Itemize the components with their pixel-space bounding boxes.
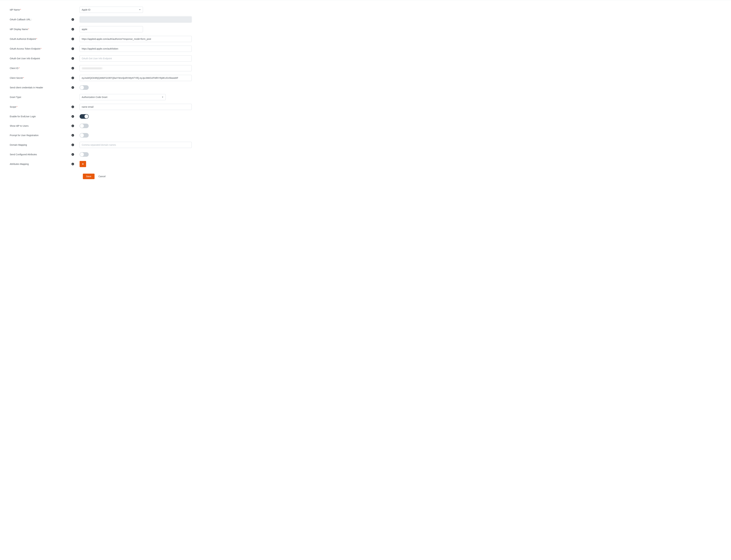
label-idp-name: IdP Name*: [10, 8, 71, 11]
row-attrs-mapping: Attributes Mapping i +: [10, 161, 192, 167]
domain-mapping-input[interactable]: [80, 142, 192, 148]
prompt-reg-toggle[interactable]: [80, 133, 89, 138]
label-send-attrs: Send Configured Attributes: [10, 153, 71, 156]
label-show-idp: Show IdP to Users: [10, 125, 71, 127]
row-client-id: Client ID* i: [10, 65, 192, 71]
row-oauth-authorize: OAuth Authorize Endpoint* i: [10, 36, 192, 42]
client-secret-input[interactable]: [80, 75, 192, 81]
add-attribute-button[interactable]: +: [80, 161, 86, 167]
label-oauth-callback: OAuth Callback URL :: [10, 18, 71, 21]
label-domain-mapping: Domain Mapping: [10, 144, 71, 146]
label-oauth-userinfo: OAuth Get User Info Endpoint: [10, 57, 71, 60]
form-actions: Save Cancel: [83, 174, 192, 179]
row-oauth-userinfo: OAuth Get User Info Endpoint i: [10, 55, 192, 62]
info-icon[interactable]: i: [71, 125, 74, 127]
row-client-secret: Client Secret* i: [10, 75, 192, 81]
row-prompt-reg: Prompt for User Registration i: [10, 132, 192, 138]
row-send-header: Send client credentials in Header i: [10, 85, 192, 90]
send-header-toggle[interactable]: [80, 85, 89, 90]
idp-display-name-input[interactable]: [80, 26, 143, 32]
label-oauth-authorize: OAuth Authorize Endpoint*: [10, 38, 71, 40]
scope-input[interactable]: [80, 104, 192, 110]
row-enable-enduser: Enable for EndUser Login i: [10, 114, 192, 119]
info-icon[interactable]: i: [71, 57, 74, 60]
row-scope: Scope* i: [10, 104, 192, 110]
info-icon[interactable]: i: [71, 106, 74, 108]
info-icon[interactable]: i: [71, 47, 74, 50]
client-id-input[interactable]: [80, 65, 192, 71]
info-icon[interactable]: i: [71, 77, 74, 79]
info-icon[interactable]: i: [71, 86, 74, 89]
grant-type-select[interactable]: Authorization Code Grant: [80, 94, 166, 100]
info-icon[interactable]: i: [71, 28, 74, 31]
idp-name-select[interactable]: Apple ID: [80, 7, 143, 13]
info-icon[interactable]: i: [71, 134, 74, 137]
row-send-attrs: Send Configured Attributes i: [10, 152, 192, 157]
label-oauth-token: OAuth Access Token Endpoint*: [10, 47, 71, 50]
info-icon[interactable]: i: [71, 153, 74, 156]
label-client-id: Client ID*: [10, 67, 71, 70]
cancel-button[interactable]: Cancel: [98, 175, 106, 178]
row-oauth-callback: OAuth Callback URL : i: [10, 16, 192, 23]
oauth-token-input[interactable]: [80, 46, 192, 52]
info-icon[interactable]: i: [71, 67, 74, 70]
send-attrs-toggle[interactable]: [80, 152, 89, 157]
row-show-idp: Show IdP to Users i: [10, 123, 192, 129]
label-idp-display-name: IdP Display Name*: [10, 28, 71, 31]
row-idp-name: IdP Name* Apple ID: [10, 7, 192, 13]
idp-config-form: IdP Name* Apple ID OAuth Callback URL : …: [0, 7, 201, 186]
label-send-header: Send client credentials in Header: [10, 86, 71, 89]
save-button[interactable]: Save: [83, 174, 95, 179]
show-idp-toggle[interactable]: [80, 124, 89, 128]
label-attrs-mapping: Attributes Mapping: [10, 163, 71, 165]
row-domain-mapping: Domain Mapping i: [10, 142, 192, 148]
oauth-authorize-input[interactable]: [80, 36, 192, 42]
row-grant-type: Grant Type: Authorization Code Grant: [10, 94, 192, 100]
info-icon[interactable]: i: [71, 38, 74, 40]
info-icon[interactable]: i: [71, 163, 74, 165]
plus-icon: +: [82, 162, 84, 166]
row-idp-display-name: IdP Display Name* i: [10, 26, 192, 32]
label-scope: Scope*: [10, 106, 71, 108]
row-oauth-token: OAuth Access Token Endpoint* i: [10, 46, 192, 52]
label-prompt-reg: Prompt for User Registration: [10, 134, 71, 137]
label-grant-type: Grant Type:: [10, 96, 71, 98]
info-icon[interactable]: i: [71, 144, 74, 146]
label-enable-enduser: Enable for EndUser Login: [10, 115, 71, 118]
info-icon[interactable]: i: [71, 18, 74, 21]
info-icon[interactable]: i: [71, 115, 74, 118]
label-client-secret: Client Secret*: [10, 77, 71, 79]
enable-enduser-toggle[interactable]: [80, 114, 89, 119]
oauth-callback-input: [80, 16, 192, 23]
oauth-userinfo-input[interactable]: [80, 55, 192, 62]
